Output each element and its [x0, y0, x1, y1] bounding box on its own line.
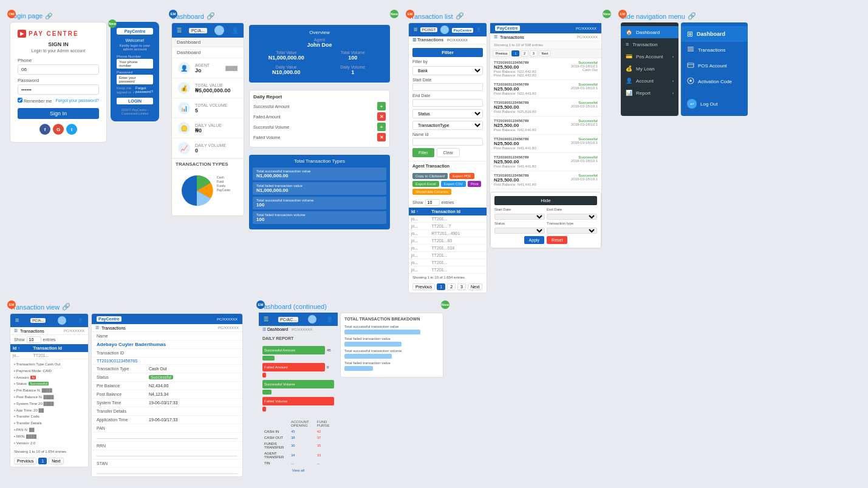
tt-value-4: 100	[256, 217, 383, 222]
sidenav-item-dashboard[interactable]: 🏠 Dashboard	[621, 26, 678, 38]
clear-button[interactable]: Clear	[437, 148, 460, 157]
trans-item-right-5: Successful 2018-03-18/10:1	[571, 137, 598, 150]
export-excel-btn[interactable]: Export Excel	[412, 181, 439, 187]
tl-hamburger[interactable]: ☰	[414, 27, 417, 32]
logout-item[interactable]: ↩ Log Out	[681, 95, 748, 112]
trans-item-1: TT201903123456789 N25,500.00 Post Balanc…	[490, 58, 601, 80]
signin-button[interactable]: Sign In	[18, 108, 99, 119]
trans-list-label: Transaction list 🔗	[408, 12, 609, 20]
print-btn[interactable]: Print	[468, 181, 481, 187]
transaction-view-section: EM Transaction view 🔗 ☰ PC/A... 👤	[10, 303, 247, 477]
right-activation-icon	[687, 77, 694, 86]
hide-start-select[interactable]	[494, 214, 545, 220]
table-row: jo... TT201...	[409, 252, 487, 259]
tv-page-1[interactable]: 1	[38, 458, 47, 464]
show-entries-input[interactable]	[425, 199, 440, 206]
tl-hamburger-2[interactable]: ☰	[412, 38, 416, 42]
page-1-btn[interactable]: 1	[437, 283, 445, 290]
hide-end-select[interactable]	[547, 214, 597, 220]
phone-input[interactable]	[18, 64, 99, 75]
sidenav-item-account[interactable]: 👤 Account ›	[621, 75, 678, 87]
row-id-7: jo...	[409, 259, 429, 266]
right-transactions-label: Transactions	[698, 47, 726, 53]
tv-show-input[interactable]	[27, 336, 41, 343]
sidenav-item-transaction[interactable]: ≡ Transaction	[621, 38, 678, 50]
trl-page-2[interactable]: 2	[521, 50, 528, 56]
trl-prev-btn[interactable]: Previous	[493, 50, 510, 56]
trans-item-2: TT201903123456789 N25,500.00 Post Balanc…	[490, 80, 601, 98]
report-icon: 📊	[626, 90, 632, 96]
forgot-link[interactable]: Forgot your password?	[55, 98, 99, 103]
filter-button[interactable]: Filter	[412, 148, 434, 157]
hide-status-select[interactable]	[494, 228, 545, 234]
dashboard-right: Overview Agent John Doe Total Value N1,0…	[247, 22, 392, 232]
sidenav-right-transactions[interactable]: Transactions	[681, 42, 748, 58]
tv-next-btn[interactable]: Next	[49, 458, 63, 464]
sidenav-item-loan[interactable]: 💰 My Loan	[621, 63, 678, 75]
show-hide-btn[interactable]: Show/Hide Columns	[412, 189, 451, 195]
tv-hamburger[interactable]: ☰	[15, 318, 19, 323]
view-all-link[interactable]: View all	[262, 469, 334, 472]
trl-hamburger[interactable]: ☰	[494, 35, 497, 39]
prev-btn[interactable]: Previous	[412, 283, 435, 290]
page-2-btn[interactable]: 2	[447, 283, 456, 290]
ov-daily-vol-label: Daily Volume	[321, 65, 386, 69]
trl-header: PayCentre PC/XXXXXX	[490, 23, 601, 33]
tvr-hamburger[interactable]: ☰	[95, 325, 99, 330]
svg-rect-6	[688, 49, 694, 50]
hide-trans-type-select[interactable]	[547, 228, 597, 234]
password-input[interactable]	[18, 84, 99, 95]
trl-next-btn[interactable]: Next	[539, 50, 551, 56]
hide-action-btns: Apply Reset	[494, 236, 597, 244]
tv-prev-btn[interactable]: Previous	[14, 458, 36, 464]
stan-row: STAN	[92, 459, 242, 468]
reset-button[interactable]: Reset	[547, 236, 567, 244]
export-pdf-btn[interactable]: Export PDF	[449, 173, 474, 179]
daily-volume: 0	[195, 147, 226, 154]
sidenav-right-pos[interactable]: POS Account	[681, 58, 748, 73]
next-btn[interactable]: Next	[468, 283, 482, 290]
sidenav-item-pos[interactable]: 💳 Pos Account ›	[621, 50, 678, 63]
hamburger-icon[interactable]: ☰	[177, 27, 182, 33]
corner-badge-om: OM	[7, 10, 16, 18]
facebook-btn[interactable]: f	[39, 124, 50, 135]
tv-detail-12: • RRN: ████	[14, 433, 84, 440]
pagination: Previous 1 2 3 Next	[409, 281, 487, 293]
google-btn[interactable]: G	[53, 124, 64, 135]
trl-trans-label: Transactions	[500, 35, 524, 39]
trl-page-3[interactable]: 3	[530, 50, 538, 56]
remember-checkbox[interactable]	[18, 98, 22, 103]
apply-button[interactable]: Apply	[524, 236, 545, 244]
copy-clipboard-btn[interactable]: Copy to Clipboard	[412, 173, 448, 179]
tv-hamburger-2[interactable]: ☰	[14, 328, 18, 333]
dash-header: ☰ PC/A... 👤	[172, 23, 244, 38]
dash-b-hamburger[interactable]: ☰	[264, 316, 268, 322]
table-row: jo... TT201... 7	[409, 223, 487, 230]
pre-balance-val: N2,434.00	[149, 384, 168, 388]
start-date-input[interactable]	[412, 83, 483, 91]
page-3-btn[interactable]: 3	[457, 283, 466, 290]
table-row: jo... RTT201...4901	[409, 230, 487, 237]
sidenav-item-report[interactable]: 📊 Report ›	[621, 87, 678, 99]
tl-pc-code: PC/AGT	[420, 27, 437, 32]
sidenav-right-activation[interactable]: Activation Code	[681, 73, 748, 89]
pan-line	[92, 433, 242, 442]
row-trans-id-1: TT201...	[429, 215, 487, 223]
sidenav-right-dashboard[interactable]: ⊞ Dashboard	[681, 26, 748, 42]
status-select[interactable]: Status	[412, 109, 483, 118]
tv-header: ☰ PC/A... 👤	[10, 314, 88, 327]
bank-select[interactable]: Bank	[412, 66, 483, 75]
dash-b-ham-2[interactable]: ☰	[262, 327, 266, 331]
money-icon: 💰	[178, 82, 190, 94]
mobile-login-btn[interactable]: LOGIN	[117, 98, 153, 104]
twitter-btn[interactable]: t	[66, 124, 77, 135]
trl-page-1[interactable]: 1	[511, 50, 519, 56]
end-date-input[interactable]	[412, 99, 483, 107]
trans-type-select[interactable]: TransactionType	[412, 121, 483, 130]
daily-value: ₦0	[195, 127, 222, 134]
remember-text: Remember me	[18, 98, 52, 103]
export-csv-btn[interactable]: Export CSV	[441, 181, 466, 187]
mobile-forgot[interactable]: Forgot password?	[135, 86, 153, 94]
right-trans-icon	[687, 46, 694, 54]
name-id-input[interactable]	[412, 138, 483, 146]
